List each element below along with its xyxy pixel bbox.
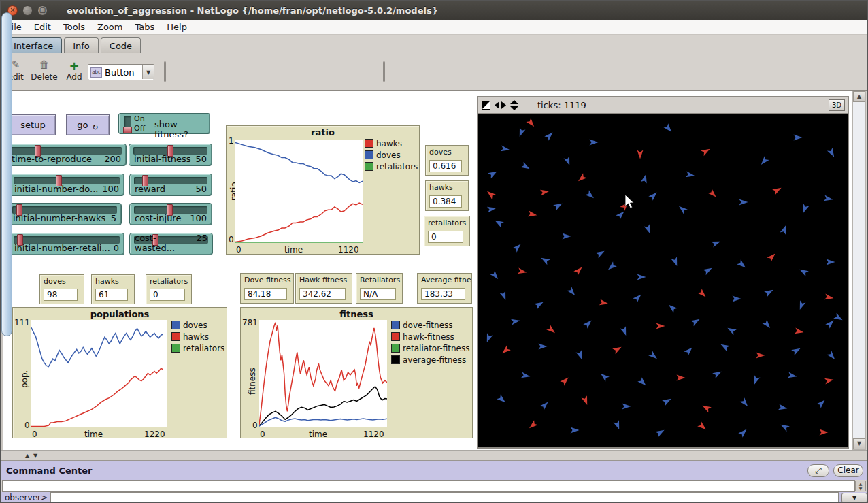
- turtle-hawk: [612, 344, 623, 354]
- menu-help[interactable]: Help: [161, 22, 193, 32]
- turtle-hawk: [656, 323, 665, 329]
- legend-item: hawks: [171, 331, 224, 342]
- tab-interface[interactable]: Interface: [5, 37, 62, 53]
- turtle-dove: [779, 422, 790, 432]
- vertical-scrollbar[interactable]: ▲ ▼: [852, 91, 866, 450]
- command-center-splitter[interactable]: ▲ ▼: [1, 450, 868, 461]
- delete-tool[interactable]: 🗑 Delete: [29, 59, 59, 82]
- plot-legend: doveshawksretaliators: [171, 319, 224, 354]
- slider-reward[interactable]: reward50: [129, 174, 212, 196]
- y-axis-max: 1: [229, 136, 234, 146]
- scroll-up-icon[interactable]: ▲: [853, 91, 865, 102]
- monitor-doves-count: doves 98: [39, 274, 84, 304]
- add-tool[interactable]: + Add: [63, 59, 85, 82]
- turtle-dove: [599, 371, 610, 381]
- slider-cost-wasted[interactable]: cost-wasted...25: [129, 233, 213, 255]
- origin-icon[interactable]: [482, 101, 490, 110]
- turtle-dove: [737, 259, 748, 270]
- monitor-label: Dove fitness: [241, 274, 293, 285]
- menu-tools[interactable]: Tools: [57, 22, 91, 32]
- turtle-dove: [739, 199, 748, 206]
- widget-type-dropdown[interactable]: abc Button ▼: [88, 64, 154, 80]
- plot-title: fitness: [241, 309, 472, 319]
- slider-time-to-reproduce[interactable]: time-to-reproduce200: [6, 144, 127, 166]
- clear-button[interactable]: Clear: [833, 464, 863, 477]
- x-axis-max: 1120: [338, 245, 359, 255]
- slider-value: 100: [190, 213, 207, 223]
- setup-button[interactable]: setup: [10, 114, 56, 135]
- slider-initial-number-retaliators[interactable]: initial-number-retali...0: [9, 233, 124, 255]
- horizontal-arrows-icon[interactable]: [495, 101, 506, 109]
- monitor-hawks-count: hawks 61: [91, 274, 135, 304]
- vertical-arrows-icon[interactable]: [510, 100, 518, 110]
- scroll-down-icon[interactable]: ▼: [853, 438, 865, 449]
- legend-item: average-fitness: [391, 354, 469, 366]
- maximize-button[interactable]: ▢: [37, 5, 48, 16]
- scrollbar-thumb[interactable]: [1, 12, 12, 336]
- show-fitness-switch[interactable]: OnOff show-fitness?: [118, 113, 210, 134]
- menu-edit[interactable]: Edit: [28, 22, 57, 32]
- tab-info[interactable]: Info: [64, 37, 99, 53]
- slider-initial-fitness[interactable]: initial-fitness50: [129, 144, 212, 166]
- command-center-output[interactable]: [2, 480, 855, 492]
- delete-label: Delete: [31, 72, 57, 82]
- turtle-dove: [684, 345, 695, 356]
- slider-value: 50: [195, 154, 207, 164]
- monitor-value: 84.18: [244, 288, 287, 300]
- turtle-dove: [712, 369, 723, 378]
- agent-type-dropdown[interactable]: ▼: [841, 493, 867, 503]
- splitter-up-icon[interactable]: ▲: [25, 453, 29, 459]
- turtle-dove: [671, 257, 680, 267]
- legend-swatch: [171, 344, 180, 353]
- ratio-plot: ratio 1 0 ratio 0 time 1120 hawksdovesre…: [226, 125, 420, 255]
- 3d-button[interactable]: 3D: [829, 99, 845, 111]
- turtle-dove: [521, 372, 531, 379]
- splitter-down-icon[interactable]: ▼: [33, 453, 37, 459]
- world-view-header: ticks: 1119 3D: [477, 96, 849, 114]
- turtle-dove: [500, 291, 509, 301]
- slider-initial-number-doves[interactable]: initial-number-do...100: [9, 174, 124, 196]
- populations-plot: populations 111 0 pop. 0 time 1220 doves…: [12, 307, 227, 438]
- turtle-dove: [648, 190, 659, 201]
- chevron-down-icon: ▼: [142, 65, 154, 79]
- switch-knob[interactable]: [123, 127, 132, 133]
- menu-tabs[interactable]: Tabs: [129, 22, 161, 32]
- command-input[interactable]: [50, 492, 839, 503]
- turtle-hawk: [772, 185, 783, 195]
- monitor-label: retaliators: [146, 275, 191, 286]
- plot-legend: hawksdovesretaliators: [365, 137, 418, 172]
- menu-zoom[interactable]: Zoom: [91, 22, 129, 32]
- turtle-dove: [797, 300, 806, 310]
- turtle-dove: [824, 195, 833, 202]
- monitor-label: retaliators: [424, 216, 469, 227]
- output-scroll-stepper[interactable]: ▲▼: [855, 481, 866, 491]
- turtle-dove: [827, 148, 837, 159]
- turtle-hawk: [697, 289, 708, 299]
- slider-label: initial-number-hawks: [13, 213, 105, 223]
- turtle-hawk: [707, 189, 718, 199]
- turtle-hawk: [560, 375, 571, 386]
- turtle-hawk: [599, 299, 609, 306]
- turtle-dove: [758, 156, 769, 167]
- turtle-dove: [585, 190, 596, 200]
- legend-swatch: [391, 321, 400, 329]
- world-view[interactable]: [477, 114, 849, 449]
- tab-code[interactable]: Code: [101, 37, 141, 53]
- slider-initial-number-hawks[interactable]: initial-number-hawks5: [7, 203, 122, 225]
- turtle-dove: [616, 209, 627, 220]
- turtle-dove: [703, 265, 714, 275]
- switch-track: [124, 116, 131, 132]
- fitness-plot: fitness 781 0 fitness 0 time 1120 dove-f…: [240, 307, 473, 438]
- slider-cost-injure[interactable]: cost-injure100: [129, 203, 212, 225]
- detach-button[interactable]: ⤢: [807, 464, 829, 477]
- turtle-dove: [764, 287, 775, 297]
- minimize-button[interactable]: −: [22, 5, 33, 16]
- turtle-hawk: [546, 325, 557, 335]
- turtle-hawk: [824, 293, 834, 301]
- go-button[interactable]: go ↻: [66, 114, 110, 135]
- x-axis-max: 1220: [144, 429, 165, 439]
- turtle-hawk: [697, 421, 708, 432]
- turtle-hawk: [677, 375, 686, 381]
- monitor-label: Average fitne...: [418, 274, 471, 285]
- slider-label: initial-number-retali...: [14, 243, 110, 253]
